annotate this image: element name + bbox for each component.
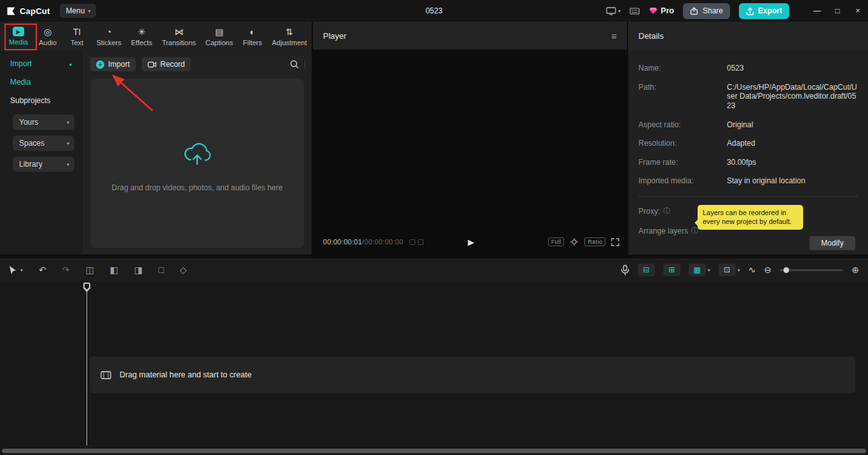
details-title: Details: [638, 31, 664, 41]
player-controls: 00:00:00:01 / 00:00:00:00 ▶ Full Ratio: [323, 234, 619, 249]
delete-right-button[interactable]: ◨: [134, 265, 142, 275]
media-panel: + Import Record Drag and drop videos, ph…: [83, 51, 312, 255]
tab-effects[interactable]: ✳ Effects: [126, 22, 157, 51]
pro-badge[interactable]: Pro: [649, 6, 674, 15]
redo-button[interactable]: ↷: [62, 265, 70, 275]
cloud-upload-icon: [183, 140, 212, 167]
app-name: CapCut: [20, 6, 50, 16]
project-title: 0523: [425, 6, 443, 15]
select-tool-button[interactable]: ▾: [9, 265, 23, 275]
timeline-toolbar: ▾ ↶ ↷ ◫ ◧ ◨ □ ◇ ⊟ ⊞ ▦ ▾ ⊡ ▾ ∿ ⊖ ⊕: [0, 258, 868, 281]
tab-filters[interactable]: ◐ Filters: [238, 22, 267, 51]
dropzone-hint: Drag and drop videos, photos, and audio …: [112, 183, 283, 192]
tab-audio[interactable]: ◎ Audio: [33, 22, 62, 51]
playhead-handle[interactable]: [83, 283, 90, 292]
timeline[interactable]: Drag material here and start to create: [0, 281, 868, 455]
details-panel: Details Name: 0523 Path: C:/Users/HP/App…: [628, 22, 868, 255]
play-button[interactable]: ▶: [468, 237, 474, 247]
tab-adjustment[interactable]: ⇅ Adjustment: [267, 22, 312, 51]
maximize-button[interactable]: □: [827, 0, 848, 22]
display-mode-button[interactable]: ▾: [606, 7, 621, 15]
mask-button[interactable]: ◇: [180, 265, 187, 275]
delete-button[interactable]: □: [158, 265, 163, 275]
menu-button[interactable]: Menu ▾: [60, 4, 96, 18]
zoom-slider-thumb[interactable]: [783, 267, 789, 273]
annotation-highlight-box: [4, 24, 37, 50]
pro-diamond-icon: [649, 7, 658, 15]
sidebar-item-media[interactable]: Media: [0, 68, 82, 87]
arrange-layers-tooltip: Layers can be reordered in every new pro…: [698, 205, 803, 230]
sidebar-dropdown-library[interactable]: Library ▾: [13, 157, 74, 172]
player-menu-icon[interactable]: ≡: [611, 31, 617, 41]
playhead-line: [86, 284, 87, 445]
sidebar-section-import[interactable]: Import ▴: [0, 51, 82, 68]
track-height-button[interactable]: ⊡ ▾: [719, 263, 740, 276]
tab-stickers[interactable]: ◔ Stickers: [92, 22, 126, 51]
search-icon[interactable]: [290, 60, 299, 69]
share-label: Share: [703, 6, 723, 15]
keyframe-graph-button[interactable]: ∿: [748, 265, 756, 275]
record-voiceover-button[interactable]: [621, 265, 630, 276]
chevron-up-icon: ▴: [69, 61, 72, 67]
adjustment-tab-icon: ⇅: [286, 27, 293, 37]
zoom-out-button[interactable]: ⊖: [764, 265, 772, 275]
delete-left-button[interactable]: ◧: [110, 265, 118, 275]
detail-row-imported-media: Imported media: Stay in original locatio…: [638, 176, 858, 186]
transitions-tab-icon: ⋈: [174, 27, 183, 37]
import-button[interactable]: + Import: [90, 57, 135, 71]
export-button[interactable]: Export: [739, 3, 789, 19]
split-button[interactable]: ◫: [85, 265, 93, 275]
time-current: 00:00:00:01: [323, 238, 362, 246]
time-total: 00:00:00:00: [364, 238, 403, 246]
tab-text[interactable]: TI Text: [62, 22, 92, 51]
stickers-tab-icon: ◔: [106, 27, 111, 37]
fullscreen-icon[interactable]: [611, 238, 619, 246]
record-label: Record: [160, 60, 185, 69]
panel-divider: [305, 60, 305, 69]
detail-row-name: Name: 0523: [638, 64, 858, 73]
player-panel: Player ≡ 00:00:00:01 / 00:00:00:00 ▶ Ful…: [313, 22, 627, 255]
record-button[interactable]: Record: [142, 57, 191, 71]
detail-row-resolution: Resolution: Adapted: [638, 139, 858, 148]
share-button[interactable]: Share: [683, 3, 730, 19]
undo-button[interactable]: ↶: [39, 265, 46, 275]
microphone-icon: [621, 265, 630, 276]
window-controls: — □ ×: [807, 0, 868, 22]
minimize-button[interactable]: —: [807, 0, 827, 22]
details-header: Details: [628, 22, 868, 50]
timeline-zoom-slider[interactable]: [780, 269, 843, 271]
chevron-down-icon: ▾: [618, 8, 621, 14]
player-header: Player ≡: [313, 22, 627, 50]
info-icon[interactable]: ⓘ: [663, 206, 670, 216]
sidebar-item-subprojects[interactable]: Subprojects: [0, 87, 82, 105]
monitor-icon: [606, 7, 616, 15]
focus-icon[interactable]: [570, 237, 579, 246]
filters-tab-icon: ◐: [250, 27, 255, 37]
shortcuts-button[interactable]: [630, 8, 640, 15]
preview-axis-toggle[interactable]: ▦ ▾: [689, 263, 710, 276]
horizontal-scrollbar[interactable]: [2, 449, 866, 453]
sidebar-dropdown-yours[interactable]: Yours ▾: [13, 115, 74, 130]
media-clip-icon: [100, 371, 111, 379]
share-icon: [690, 7, 699, 15]
main-track-magnet-toggle[interactable]: ⊟: [638, 263, 655, 276]
zoom-in-button[interactable]: ⊕: [851, 265, 859, 275]
chevron-down-icon: ▾: [67, 120, 69, 125]
media-sidebar: Import ▴ Media Subprojects Yours ▾ Space…: [0, 51, 83, 255]
time-display-icons[interactable]: [410, 239, 424, 245]
tab-transitions[interactable]: ⋈ Transitions: [157, 22, 200, 51]
close-button[interactable]: ×: [848, 0, 868, 22]
detail-row-frame-rate: Frame rate: 30.00fps: [638, 158, 858, 167]
export-icon: [746, 7, 754, 15]
modify-button[interactable]: Modify: [809, 236, 855, 250]
captions-tab-icon: ▤: [215, 27, 223, 37]
full-quality-button[interactable]: Full: [548, 237, 565, 246]
main-track-placeholder[interactable]: Drag material here and start to create: [90, 356, 855, 393]
sidebar-dropdown-spaces[interactable]: Spaces ▾: [13, 136, 74, 151]
media-dropzone[interactable]: Drag and drop videos, photos, and audio …: [90, 79, 304, 248]
import-label: Import: [108, 60, 130, 69]
tab-captions[interactable]: ▤ Captions: [200, 22, 238, 51]
ratio-button[interactable]: Ratio: [584, 237, 605, 246]
linkage-toggle[interactable]: ⊞: [663, 263, 680, 276]
pro-label: Pro: [661, 6, 674, 15]
